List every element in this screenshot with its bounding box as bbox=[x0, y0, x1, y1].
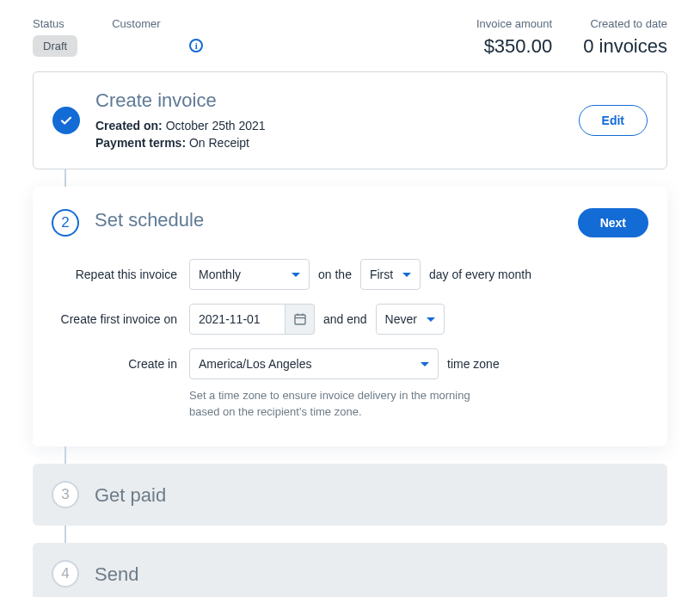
step-get-paid-card[interactable]: 3 Get paid bbox=[33, 464, 667, 526]
ordinal-value: First bbox=[370, 268, 393, 281]
step-done-indicator bbox=[52, 107, 80, 134]
created-on-label: Created on: bbox=[95, 119, 163, 132]
step-connector bbox=[64, 526, 66, 543]
first-invoice-date-value: 2021-11-01 bbox=[199, 312, 261, 326]
chevron-down-icon bbox=[402, 273, 411, 277]
payment-terms-value: On Receipt bbox=[189, 136, 249, 150]
created-on-value: October 25th 2021 bbox=[166, 119, 266, 132]
end-value: Never bbox=[385, 312, 417, 326]
timezone-select[interactable]: America/Los Angeles bbox=[189, 348, 439, 379]
step-set-schedule-card: 2 Set schedule Next Repeat this invoice … bbox=[33, 187, 667, 446]
amount-value: $350.00 bbox=[484, 35, 553, 58]
status-badge: Draft bbox=[33, 35, 77, 57]
repeat-frequency-select[interactable]: Monthly bbox=[189, 259, 310, 290]
step4-indicator: 4 bbox=[52, 560, 79, 588]
step2-indicator: 2 bbox=[52, 209, 79, 237]
create-in-label: Create in bbox=[52, 357, 189, 371]
day-suffix-text: day of every month bbox=[429, 268, 531, 281]
created-value: 0 invoices bbox=[583, 35, 667, 58]
step-connector bbox=[64, 446, 66, 464]
first-invoice-date-input[interactable]: 2021-11-01 bbox=[189, 304, 286, 335]
amount-label: Invoice amount bbox=[476, 17, 552, 30]
created-label: Created to date bbox=[590, 17, 667, 30]
summary-header: Status Draft Customer i Invoice amount $… bbox=[33, 17, 667, 58]
info-icon: i bbox=[189, 39, 203, 52]
schedule-form: Repeat this invoice Monthly on the First… bbox=[52, 259, 648, 421]
step-send-card[interactable]: 4 Send bbox=[33, 543, 667, 597]
on-the-text: on the bbox=[318, 268, 352, 281]
status-label: Status bbox=[33, 17, 77, 30]
date-picker-button[interactable] bbox=[286, 304, 315, 335]
customer-info-icon[interactable]: i bbox=[189, 37, 203, 52]
payment-terms-label: Payment terms: bbox=[95, 136, 186, 150]
step2-title: Set schedule bbox=[95, 209, 562, 231]
repeat-label: Repeat this invoice bbox=[52, 268, 189, 281]
step-create-invoice-card: Create invoice Created on: October 25th … bbox=[33, 71, 667, 169]
chevron-down-icon bbox=[421, 362, 429, 366]
customer-label: Customer bbox=[112, 17, 203, 30]
created-on-line: Created on: October 25th 2021 bbox=[95, 119, 563, 132]
ordinal-select[interactable]: First bbox=[360, 259, 421, 290]
svg-rect-0 bbox=[295, 315, 305, 324]
repeat-frequency-value: Monthly bbox=[199, 268, 241, 281]
chevron-down-icon bbox=[427, 317, 435, 322]
payment-terms-line: Payment terms: On Receipt bbox=[95, 136, 563, 150]
timezone-hint: Set a time zone to ensure invoice delive… bbox=[189, 388, 482, 421]
next-button[interactable]: Next bbox=[578, 208, 648, 237]
step-connector bbox=[64, 169, 66, 187]
timezone-value: America/Los Angeles bbox=[199, 357, 312, 371]
customer-column: Customer i bbox=[112, 17, 203, 52]
edit-button[interactable]: Edit bbox=[579, 105, 648, 136]
created-column: Created to date 0 invoices bbox=[583, 17, 667, 58]
and-end-text: and end bbox=[323, 312, 367, 326]
amount-column: Invoice amount $350.00 bbox=[476, 17, 552, 58]
step3-title: Get paid bbox=[95, 484, 166, 507]
calendar-icon bbox=[293, 312, 307, 326]
end-select[interactable]: Never bbox=[376, 304, 445, 335]
status-column: Status Draft bbox=[33, 17, 77, 57]
first-invoice-date-group: 2021-11-01 bbox=[189, 304, 315, 335]
first-invoice-label: Create first invoice on bbox=[52, 312, 189, 326]
step4-title: Send bbox=[95, 563, 138, 586]
step3-indicator: 3 bbox=[52, 481, 79, 508]
step1-title: Create invoice bbox=[95, 89, 563, 112]
check-icon bbox=[59, 114, 73, 127]
timezone-suffix: time zone bbox=[447, 357, 500, 371]
chevron-down-icon bbox=[292, 273, 300, 277]
